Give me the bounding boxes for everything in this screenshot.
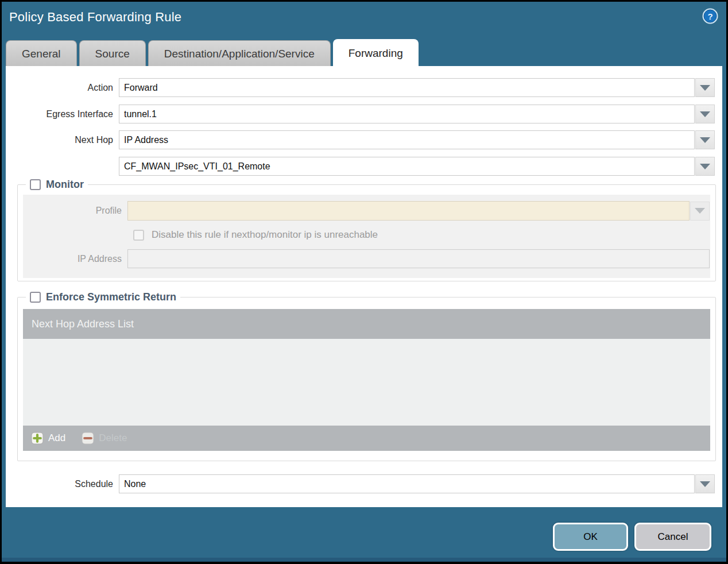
bottom-strip bbox=[2, 558, 726, 562]
policy-based-forwarding-dialog: Policy Based Forwarding Rule ? General S… bbox=[2, 2, 726, 562]
monitor-legend: Monitor bbox=[26, 179, 88, 191]
action-row: Action bbox=[6, 78, 715, 97]
action-input[interactable] bbox=[119, 78, 695, 97]
next-hop-address-dropdown-button[interactable] bbox=[695, 157, 715, 176]
plus-icon bbox=[31, 432, 44, 445]
monitor-ip-address-row: IP Address bbox=[23, 249, 710, 268]
chevron-down-icon bbox=[700, 85, 710, 91]
disable-rule-row: Disable this rule if nexthop/monitor ip … bbox=[133, 229, 710, 241]
monitor-ip-address-input bbox=[127, 249, 710, 268]
egress-interface-row: Egress Interface bbox=[6, 105, 715, 123]
enforce-symmetric-return-section: Enforce Symmetric Return Next Hop Addres… bbox=[17, 291, 716, 461]
next-hop-label: Next Hop bbox=[6, 135, 119, 145]
next-hop-row: Next Hop bbox=[6, 130, 715, 149]
enforce-symmetric-return-legend: Enforce Symmetric Return bbox=[26, 291, 180, 303]
chevron-down-icon bbox=[695, 208, 705, 214]
next-hop-address-row bbox=[6, 157, 715, 176]
minus-icon bbox=[82, 432, 94, 445]
add-button-label: Add bbox=[48, 432, 65, 444]
next-hop-address-list-table: Next Hop Address List Add bbox=[23, 309, 710, 451]
profile-row: Profile bbox=[23, 201, 710, 221]
tab-bar: General Source Destination/Application/S… bbox=[6, 39, 421, 67]
cancel-button[interactable]: Cancel bbox=[634, 523, 711, 551]
monitor-section: Monitor Profile Disable this rule if nex… bbox=[17, 179, 716, 281]
monitor-checkbox[interactable] bbox=[30, 179, 41, 190]
tab-forwarding[interactable]: Forwarding bbox=[333, 39, 419, 67]
egress-interface-dropdown-button[interactable] bbox=[695, 105, 715, 123]
tab-general[interactable]: General bbox=[6, 40, 77, 67]
add-button[interactable]: Add bbox=[31, 432, 65, 445]
next-hop-address-list-body[interactable] bbox=[23, 339, 710, 426]
tab-destination-application-service[interactable]: Destination/Application/Service bbox=[148, 40, 331, 67]
ok-button[interactable]: OK bbox=[553, 523, 628, 551]
monitor-panel: Profile Disable this rule if nexthop/mon… bbox=[23, 195, 710, 278]
schedule-label: Schedule bbox=[6, 479, 119, 489]
next-hop-address-input[interactable] bbox=[119, 157, 695, 176]
egress-interface-label: Egress Interface bbox=[6, 109, 119, 119]
next-hop-dropdown-button[interactable] bbox=[695, 130, 715, 149]
chevron-down-icon bbox=[700, 164, 710, 169]
svg-text:?: ? bbox=[707, 11, 712, 21]
disable-rule-checkbox bbox=[133, 230, 144, 241]
profile-input bbox=[127, 201, 690, 221]
monitor-legend-label: Monitor bbox=[46, 179, 84, 191]
enforce-symmetric-return-legend-label: Enforce Symmetric Return bbox=[46, 291, 176, 303]
egress-interface-input[interactable] bbox=[119, 105, 695, 123]
action-label: Action bbox=[6, 83, 119, 93]
enforce-symmetric-return-checkbox[interactable] bbox=[30, 292, 41, 303]
forwarding-tab-panel: Action Egress Interface Next Hop bbox=[6, 66, 722, 507]
tab-source[interactable]: Source bbox=[79, 40, 146, 67]
next-hop-address-list-header: Next Hop Address List bbox=[23, 309, 710, 339]
delete-button-label: Delete bbox=[99, 432, 127, 444]
dialog-title: Policy Based Forwarding Rule bbox=[9, 10, 181, 25]
help-icon[interactable]: ? bbox=[702, 7, 719, 25]
disable-rule-label: Disable this rule if nexthop/monitor ip … bbox=[152, 229, 378, 241]
action-dropdown-button[interactable] bbox=[695, 78, 715, 97]
next-hop-address-list-toolbar: Add Delete bbox=[23, 426, 710, 451]
schedule-input[interactable] bbox=[119, 474, 695, 493]
monitor-ip-address-label: IP Address bbox=[23, 254, 127, 264]
chevron-down-icon bbox=[700, 481, 710, 487]
delete-button[interactable]: Delete bbox=[82, 432, 127, 445]
next-hop-type-input[interactable] bbox=[119, 130, 695, 149]
schedule-dropdown-button[interactable] bbox=[695, 474, 715, 493]
chevron-down-icon bbox=[700, 111, 710, 117]
profile-label: Profile bbox=[23, 206, 127, 216]
profile-dropdown-button bbox=[690, 202, 710, 221]
schedule-row: Schedule bbox=[6, 474, 715, 493]
chevron-down-icon bbox=[700, 137, 710, 143]
